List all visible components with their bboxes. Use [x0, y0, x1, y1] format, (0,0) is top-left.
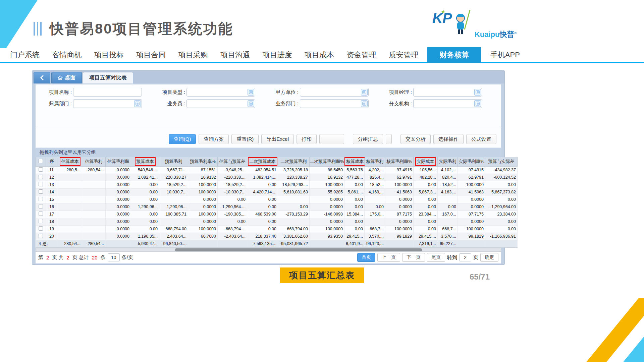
table-row[interactable]: 12 0.00001,082,41...220,338.2716.9132-22…: [36, 174, 518, 181]
nav-item[interactable]: 项目采购: [175, 48, 211, 62]
nav-item[interactable]: 质安管理: [385, 48, 422, 62]
row-checkbox[interactable]: [39, 167, 43, 172]
table-cell: 0.0000: [458, 203, 485, 210]
nav-item[interactable]: 手机APP: [487, 48, 523, 62]
column-header-highlighted[interactable]: 二次预算成本: [247, 157, 278, 166]
table-cell: 668,7...: [438, 225, 458, 233]
nav-item[interactable]: 门户系统: [7, 48, 43, 62]
toolbar-button[interactable]: 分组汇总: [353, 134, 383, 144]
column-header[interactable]: 预算毛利率%: [188, 157, 218, 166]
column-header[interactable]: 估算毛利: [82, 157, 106, 166]
list-lookup-icon[interactable]: [134, 100, 141, 107]
column-header[interactable]: 估算与预算差: [218, 157, 247, 166]
nav-item[interactable]: 项目沟通: [217, 48, 253, 62]
table-row[interactable]: 13 0.00000.0018,529,2...100.0000-18,529,…: [36, 181, 518, 188]
toolbar-button[interactable]: 查询(Q): [169, 134, 196, 144]
tab-five-calc-compare[interactable]: 项目五算对比表: [83, 72, 133, 83]
toolbar-button[interactable]: 导出Excel: [261, 134, 294, 144]
next-page-button[interactable]: 下一页: [402, 253, 425, 262]
table-row[interactable]: 19 0.00000.00668,794.00100.0000-668,794.…: [36, 225, 518, 233]
select-all-checkbox-header[interactable]: [36, 157, 46, 166]
filter-input[interactable]: [73, 88, 142, 97]
list-lookup-icon[interactable]: [361, 100, 368, 107]
list-lookup-icon[interactable]: [474, 100, 481, 107]
toolbar-button[interactable]: 选择操作: [433, 134, 464, 144]
column-header-highlighted[interactable]: 核算成本: [344, 157, 365, 166]
column-header-highlighted[interactable]: 实际成本: [414, 157, 438, 166]
table-cell: 100.0000: [188, 225, 218, 233]
toolbar-button[interactable]: 重置(R): [231, 134, 259, 144]
table-row[interactable]: 20 0.00001,196,35...2,403,64...66.7680-2…: [36, 233, 518, 240]
filter-input[interactable]: [413, 99, 482, 108]
filter-input[interactable]: [413, 88, 482, 97]
column-header[interactable]: 预算与实际差: [485, 157, 518, 166]
column-header[interactable]: 估算毛利率: [106, 157, 131, 166]
nav-item-active[interactable]: 财务核算: [427, 47, 481, 63]
prev-page-button[interactable]: 上一页: [377, 253, 400, 262]
filter-input[interactable]: [300, 99, 369, 108]
scrollbar-thumb[interactable]: [175, 248, 422, 251]
list-lookup-icon[interactable]: [248, 89, 254, 96]
nav-item[interactable]: 资金管理: [343, 48, 380, 62]
table-row[interactable]: 17 0.00000.00190,385.71100.0000-190,385.…: [36, 210, 518, 218]
nav-item[interactable]: 项目合同: [133, 48, 169, 62]
group-hint-bar[interactable]: 拖拽列头到这里以用它分组: [36, 148, 501, 157]
summary-cell: [310, 240, 344, 247]
list-lookup-icon[interactable]: [248, 100, 254, 107]
list-lookup-icon[interactable]: [361, 89, 368, 96]
nav-item[interactable]: 项目投标: [91, 48, 127, 62]
list-lookup-icon[interactable]: [474, 89, 481, 96]
last-page-button[interactable]: 尾页: [427, 253, 445, 262]
filter-input[interactable]: [186, 99, 255, 108]
row-checkbox[interactable]: [39, 175, 43, 179]
first-page-button[interactable]: 首页: [357, 253, 375, 262]
nav-item[interactable]: 项目成本: [301, 48, 337, 62]
row-checkbox[interactable]: [39, 204, 43, 208]
page-title: 快普易80项目管理系统功能: [50, 19, 233, 38]
row-checkbox[interactable]: [39, 226, 43, 231]
horizontal-scrollbar[interactable]: [36, 248, 501, 251]
table-row[interactable]: 16 0.00001,290,96...-1,290,96...0.00001,…: [36, 203, 518, 210]
column-header[interactable]: 预算毛利: [159, 157, 188, 166]
table-cell: 0.0000: [310, 203, 344, 210]
confirm-button[interactable]: 确定: [480, 253, 498, 262]
toolbar-blank-button[interactable]: [319, 134, 344, 144]
column-header-highlighted[interactable]: 预算成本: [131, 157, 159, 166]
column-header[interactable]: 序: [46, 157, 58, 166]
table-row[interactable]: 11 280,5...-280,54...0.0000540,546....3,…: [36, 166, 518, 174]
column-header[interactable]: 实际毛利率%: [458, 157, 485, 166]
goto-page-input[interactable]: [459, 253, 471, 261]
table-cell: [58, 188, 82, 196]
column-header[interactable]: 核算毛利率%: [385, 157, 414, 166]
row-checkbox[interactable]: [39, 182, 43, 186]
nav-item[interactable]: 客情商机: [49, 48, 85, 62]
toolbar-button[interactable]: 打印: [297, 134, 317, 144]
row-checkbox[interactable]: [39, 189, 43, 194]
slide-caption-wrap: 项目五算汇总表: [0, 267, 644, 283]
column-header[interactable]: 核算毛利: [365, 157, 385, 166]
row-checkbox[interactable]: [39, 234, 43, 238]
filter-input[interactable]: [300, 88, 369, 97]
table-cell: [438, 218, 458, 225]
row-checkbox[interactable]: [39, 219, 43, 223]
row-checkbox[interactable]: [39, 212, 43, 216]
column-header[interactable]: 二次预算毛利率%: [310, 157, 344, 166]
nav-item[interactable]: 项目进度: [259, 48, 296, 62]
tab-desktop[interactable]: 桌面: [51, 72, 82, 83]
column-header[interactable]: 二次预算毛利: [278, 157, 310, 166]
page-size-input[interactable]: [108, 253, 120, 261]
back-button[interactable]: [34, 72, 50, 83]
table-row[interactable]: 15 0.00000.000.00000.000.000.00000.000.0…: [36, 196, 518, 203]
select-all-checkbox[interactable]: [39, 159, 43, 163]
filter-input[interactable]: [186, 88, 255, 97]
toolbar-button[interactable]: 交叉分析: [400, 134, 431, 144]
row-checkbox[interactable]: [39, 197, 43, 201]
toolbar-button[interactable]: 公式设置: [466, 134, 496, 144]
toolbar-blank-button[interactable]: [386, 134, 392, 144]
toolbar-button[interactable]: 查询方案: [199, 134, 229, 144]
table-row[interactable]: 14 0.00000.0010,030,7...100.0000-10,030,…: [36, 188, 518, 196]
table-row[interactable]: 18 0.00000.000.00000.000.000.00000.000.0…: [36, 218, 518, 225]
column-header-highlighted[interactable]: 估算成本: [58, 157, 82, 166]
filter-input[interactable]: [73, 99, 142, 108]
column-header[interactable]: 实际毛利: [438, 157, 458, 166]
